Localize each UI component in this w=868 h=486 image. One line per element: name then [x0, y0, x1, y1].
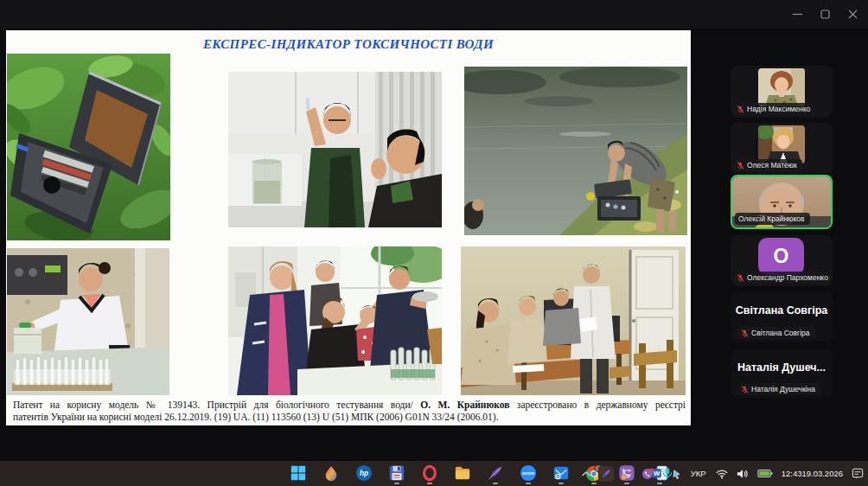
running-indicator — [526, 483, 531, 484]
tray-chevron-up-icon[interactable] — [579, 469, 593, 479]
running-indicator — [493, 483, 498, 484]
taskbar: hp — [0, 461, 868, 486]
participant-avatar: О — [758, 238, 804, 275]
close-button[interactable] — [839, 0, 866, 29]
speaker-icon[interactable] — [735, 467, 750, 481]
battery-icon[interactable] — [756, 467, 775, 480]
language-indicator[interactable]: УКР — [688, 469, 709, 478]
hp-icon[interactable]: hp — [354, 462, 374, 484]
notification-center-icon[interactable] — [850, 466, 865, 481]
participant-video-thumbnail — [758, 68, 805, 106]
file-explorer-icon[interactable] — [452, 462, 473, 484]
participant-tile-nataliia-dushechkina[interactable]: Наталія Душеч... Наталія Душечкіна — [731, 349, 833, 398]
participant-display-name: Наталія Душеч... — [731, 361, 833, 374]
participant-name-label: Олексій Крайнюков — [735, 213, 810, 225]
tray-screenshare-mic-icon[interactable] — [661, 465, 683, 482]
running-indicator — [394, 483, 399, 484]
muted-mic-icon — [737, 162, 744, 169]
clock[interactable]: 12:43 19.03.2026 — [780, 469, 845, 478]
participant-tile-oleksandr-parkhomenko[interactable]: О Олександр Пархоменко — [731, 235, 833, 286]
participant-display-name: Світлана Совгіра — [731, 304, 833, 317]
participant-tile-nadiia-maksymenko[interactable]: Надія Максименко — [731, 66, 833, 118]
photo-lab-students — [228, 72, 442, 227]
photo-lab-assistant — [7, 248, 169, 395]
tray-sync-icon[interactable] — [619, 466, 635, 482]
tray-time: 12:43 — [782, 469, 802, 478]
opera-icon[interactable] — [419, 462, 440, 484]
photo-student-group — [228, 246, 442, 395]
zoom-meeting-window: ЕКСПРЕС-ІНДИКАТОР ТОКСИЧНОСТІ ВОДИ — [0, 0, 868, 486]
tray-date: 19.03.2026 — [801, 469, 843, 478]
participant-name-label: Олеся Матеюк — [733, 159, 802, 171]
patent-caption-line1: Патент на корисну модель № 139143. Прист… — [13, 399, 686, 411]
participant-video-thumbnail — [758, 125, 805, 163]
system-tray: УКР — [579, 461, 865, 486]
muted-mic-icon — [737, 106, 744, 113]
muted-mic-icon — [741, 386, 749, 393]
participant-name-label: Олександр Пархоменко — [733, 272, 832, 284]
participant-name-label: Надія Максименко — [733, 103, 815, 115]
patent-caption: Патент на корисну модель № 139143. Прист… — [13, 399, 686, 423]
tray-feather-icon[interactable] — [598, 466, 614, 482]
patent-caption-line2: патентів України на корисні моделі 26.12… — [13, 411, 686, 423]
photo-field-test-kit — [7, 54, 170, 240]
window-titlebar — [0, 0, 868, 29]
minimize-button[interactable] — [783, 0, 811, 29]
muted-mic-icon — [741, 329, 749, 337]
wifi-icon[interactable] — [714, 467, 730, 481]
participant-tile-svitlana-sovhira[interactable]: Світлана Совгіра Світлана Совгіра — [731, 292, 833, 342]
running-indicator — [558, 483, 564, 484]
participants-sidebar: Надія Максименко — [692, 29, 868, 461]
participant-name-label: Наталія Душечкіна — [737, 383, 820, 395]
zoom-icon[interactable]: zoom — [518, 462, 539, 484]
window-controls — [783, 0, 866, 29]
muted-mic-icon — [737, 274, 744, 282]
photo-pond-sampling — [464, 67, 687, 235]
tray-viber-icon[interactable] — [640, 466, 655, 482]
participant-tile-olesia-mateiuk[interactable]: Олеся Матеюк — [731, 123, 833, 174]
windows-start-icon[interactable] — [288, 462, 309, 484]
photo-training-room — [461, 246, 686, 395]
floppy-app-icon[interactable] — [386, 462, 407, 484]
running-indicator — [427, 483, 432, 484]
paint-droplet-icon[interactable] — [321, 462, 341, 484]
shared-presentation-slide: ЕКСПРЕС-ІНДИКАТОР ТОКСИЧНОСТІ ВОДИ — [6, 30, 691, 425]
mail-icon[interactable] — [551, 462, 571, 484]
photo-feather-icon[interactable] — [485, 462, 506, 484]
maximize-button[interactable] — [811, 0, 839, 29]
slide-title: ЕКСПРЕС-ІНДИКАТОР ТОКСИЧНОСТІ ВОДИ — [6, 37, 691, 52]
svg-text:hp: hp — [360, 470, 368, 477]
svg-text:zoom: zoom — [522, 470, 534, 476]
participant-tile-oleksii-krainiukov-active-speaker[interactable]: Олексій Крайнюков — [731, 175, 833, 229]
participant-name-label: Світлана Совгіра — [737, 327, 815, 339]
